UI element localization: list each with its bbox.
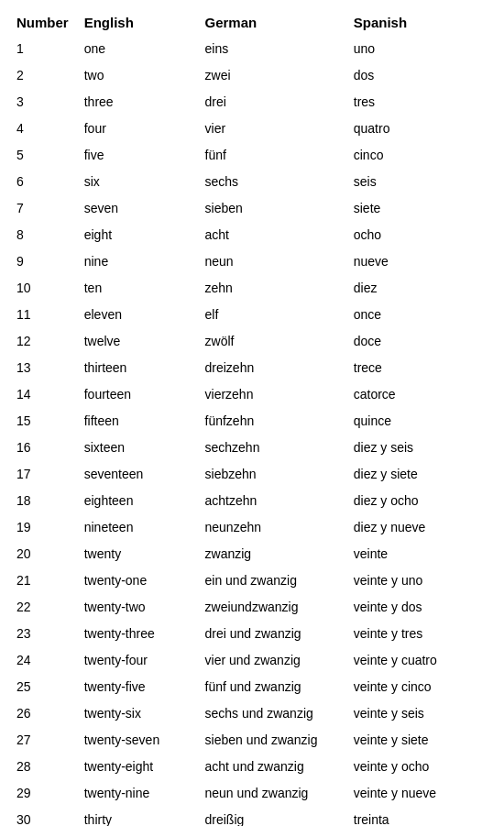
cell-number: 30 — [9, 807, 77, 826]
cell-spanish: veinte y nueve — [346, 780, 495, 807]
cell-number: 11 — [9, 302, 77, 328]
cell-english: twenty-two — [77, 594, 198, 621]
cell-number: 27 — [9, 727, 77, 754]
cell-english: thirty — [77, 807, 198, 826]
cell-german: fünfzehn — [198, 408, 346, 435]
cell-german: dreizehn — [198, 355, 346, 381]
table-row: 21twenty-oneein und zwanzigveinte y uno — [9, 567, 495, 594]
table-row: 13thirteendreizehntrece — [9, 355, 495, 381]
table-row: 23twenty-threedrei und zwanzigveinte y t… — [9, 621, 495, 647]
table-row: 28twenty-eightacht und zwanzigveinte y o… — [9, 754, 495, 780]
cell-spanish: tres — [346, 89, 495, 116]
table-row: 10tenzehndiez — [9, 275, 495, 302]
table-row: 1oneeinsuno — [9, 36, 495, 62]
cell-spanish: siete — [346, 195, 495, 222]
cell-german: drei — [198, 89, 346, 116]
cell-spanish: dos — [346, 62, 495, 89]
cell-german: neun und zwanzig — [198, 780, 346, 807]
cell-spanish: quince — [346, 408, 495, 435]
cell-number: 28 — [9, 754, 77, 780]
cell-number: 5 — [9, 142, 77, 169]
cell-number: 13 — [9, 355, 77, 381]
cell-number: 29 — [9, 780, 77, 807]
cell-english: twenty-nine — [77, 780, 198, 807]
col-header-number: Number — [9, 9, 77, 36]
cell-english: seventeen — [77, 461, 198, 488]
cell-spanish: veinte y ocho — [346, 754, 495, 780]
table-row: 5fivefünfcinco — [9, 142, 495, 169]
table-row: 17seventeensiebzehndiez y siete — [9, 461, 495, 488]
table-row: 3threedreitres — [9, 89, 495, 116]
cell-spanish: ocho — [346, 222, 495, 248]
cell-spanish: diez y ocho — [346, 488, 495, 514]
cell-german: vierzehn — [198, 381, 346, 408]
cell-english: twenty-six — [77, 700, 198, 727]
table-row: 26twenty-sixsechs und zwanzigveinte y se… — [9, 700, 495, 727]
cell-english: thirteen — [77, 355, 198, 381]
table-row: 20twentyzwanzigveinte — [9, 541, 495, 567]
cell-spanish: veinte y uno — [346, 567, 495, 594]
cell-number: 15 — [9, 408, 77, 435]
cell-english: two — [77, 62, 198, 89]
cell-number: 7 — [9, 195, 77, 222]
cell-number: 20 — [9, 541, 77, 567]
cell-german: zwanzig — [198, 541, 346, 567]
col-header-english: English — [77, 9, 198, 36]
cell-german: ein und zwanzig — [198, 567, 346, 594]
cell-spanish: veinte y tres — [346, 621, 495, 647]
cell-german: siebzehn — [198, 461, 346, 488]
cell-number: 1 — [9, 36, 77, 62]
table-row: 15fifteenfünfzehnquince — [9, 408, 495, 435]
cell-english: fourteen — [77, 381, 198, 408]
cell-number: 14 — [9, 381, 77, 408]
cell-spanish: veinte y cinco — [346, 674, 495, 700]
cell-german: neunzehn — [198, 514, 346, 541]
cell-spanish: diez — [346, 275, 495, 302]
cell-german: acht — [198, 222, 346, 248]
cell-german: elf — [198, 302, 346, 328]
table-row: 30thirtydreißigtreinta — [9, 807, 495, 826]
table-row: 24twenty-fourvier und zwanzigveinte y cu… — [9, 647, 495, 674]
table-row: 6sixsechsseis — [9, 169, 495, 195]
table-row: 2twozweidos — [9, 62, 495, 89]
table-row: 8eightachtocho — [9, 222, 495, 248]
cell-number: 2 — [9, 62, 77, 89]
cell-german: drei und zwanzig — [198, 621, 346, 647]
cell-german: zwei — [198, 62, 346, 89]
cell-number: 26 — [9, 700, 77, 727]
cell-english: eighteen — [77, 488, 198, 514]
cell-number: 19 — [9, 514, 77, 541]
cell-number: 12 — [9, 328, 77, 355]
cell-number: 25 — [9, 674, 77, 700]
cell-number: 18 — [9, 488, 77, 514]
cell-german: vier und zwanzig — [198, 647, 346, 674]
main-container: Number English German Spanish 1oneeinsun… — [0, 0, 504, 826]
cell-number: 10 — [9, 275, 77, 302]
table-body: 1oneeinsuno2twozweidos3threedreitres4fou… — [9, 36, 495, 826]
cell-german: neun — [198, 248, 346, 275]
cell-spanish: diez y seis — [346, 435, 495, 461]
cell-german: sieben und zwanzig — [198, 727, 346, 754]
cell-spanish: quatro — [346, 116, 495, 142]
col-header-german: German — [198, 9, 346, 36]
cell-english: eight — [77, 222, 198, 248]
table-row: 12twelvezwölfdoce — [9, 328, 495, 355]
cell-german: sechzehn — [198, 435, 346, 461]
cell-german: zehn — [198, 275, 346, 302]
cell-english: seven — [77, 195, 198, 222]
cell-number: 16 — [9, 435, 77, 461]
table-row: 14fourteenvierzehncatorce — [9, 381, 495, 408]
cell-english: three — [77, 89, 198, 116]
table-row: 7sevensiebensiete — [9, 195, 495, 222]
table-row: 18eighteenachtzehndiez y ocho — [9, 488, 495, 514]
cell-german: zweiundzwanzig — [198, 594, 346, 621]
cell-german: acht und zwanzig — [198, 754, 346, 780]
cell-english: nineteen — [77, 514, 198, 541]
cell-spanish: veinte y dos — [346, 594, 495, 621]
cell-spanish: cinco — [346, 142, 495, 169]
cell-german: eins — [198, 36, 346, 62]
cell-german: fünf und zwanzig — [198, 674, 346, 700]
cell-number: 23 — [9, 621, 77, 647]
cell-german: sechs — [198, 169, 346, 195]
cell-english: four — [77, 116, 198, 142]
